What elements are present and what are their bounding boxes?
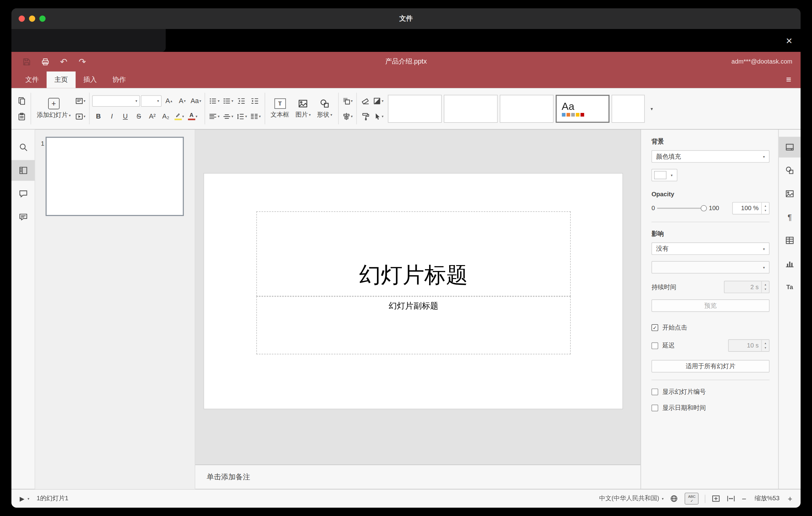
effect-option-select[interactable]: ▾ [651,261,770,274]
tab-home[interactable]: 主页 [47,71,76,88]
theme-gallery-expand-icon[interactable]: ▾ [647,106,657,111]
change-case-button[interactable]: Aa▾ [190,94,202,107]
duration-spinbox[interactable]: 2 s ▴▾ [724,281,770,293]
spinner-arrows[interactable]: ▴▾ [761,281,769,292]
show-slide-number-checkbox[interactable] [651,389,658,395]
search-icon[interactable] [11,137,35,157]
insert-textbox-button[interactable]: T 文本框 [267,98,292,119]
fit-width-icon[interactable] [727,494,736,503]
start-slideshow-status-icon[interactable]: ▶ [20,495,25,503]
spellcheck-icon[interactable]: ABC✓ [685,492,699,505]
title-placeholder[interactable]: 幻灯片标题 [256,211,571,296]
spinner-arrows[interactable]: ▴▾ [761,202,769,214]
decrease-indent-icon[interactable] [235,94,248,107]
theme-gallery: Aa ▾ [388,94,657,122]
zoom-out-button[interactable]: − [742,494,746,503]
theme-option[interactable] [444,94,498,122]
opacity-slider[interactable] [657,205,707,212]
start-on-click-checkbox[interactable]: ✓ [651,324,658,331]
undo-icon[interactable]: ↶ [57,56,71,68]
chart-settings-icon[interactable] [779,253,801,274]
tab-file[interactable]: 文件 [18,71,47,88]
line-spacing-icon[interactable]: ▾ [235,110,248,122]
tab-collaboration[interactable]: 协作 [105,71,134,88]
increase-indent-icon[interactable] [249,94,261,107]
feedback-chat-icon[interactable] [11,207,35,227]
language-select[interactable]: 中文(中华人民共和国) ▾ [599,494,664,503]
delay-checkbox[interactable] [651,342,658,349]
select-tool-icon[interactable]: ▾ [372,110,384,122]
fill-type-select[interactable]: 颜色填充▾ [651,150,770,163]
close-icon[interactable]: × [786,35,792,46]
notes-input[interactable]: 单击添加备注 [195,465,641,489]
effect-select[interactable]: 没有▾ [651,242,770,255]
tab-insert[interactable]: 插入 [76,71,105,88]
copy-icon[interactable] [16,94,28,107]
table-settings-icon[interactable] [779,230,801,251]
superscript-button[interactable]: A² [146,110,158,122]
horizontal-align-icon[interactable]: ▾ [208,110,221,122]
start-slideshow-icon[interactable]: ▾ [74,110,86,122]
redo-icon[interactable]: ↷ [76,56,89,68]
font-size-select[interactable]: ▾ [141,95,162,107]
theme-option[interactable] [388,94,442,122]
clear-style-icon[interactable] [359,94,372,107]
align-shape-icon[interactable]: ▾ [341,110,353,122]
print-icon[interactable] [38,56,52,68]
preview-button[interactable]: 预览 [651,299,770,312]
delay-spinbox[interactable]: 10 s ▴▾ [728,339,770,351]
show-date-time-checkbox[interactable] [651,405,658,411]
add-slide-button[interactable]: + 添加幻灯片▾ [34,97,74,119]
arrange-shape-icon[interactable]: ▾ [341,94,353,107]
background-color-picker[interactable]: ▾ [651,169,677,181]
paste-icon[interactable] [16,110,28,122]
comments-icon[interactable] [11,183,35,204]
columns-icon[interactable]: ▾ [249,110,262,122]
save-icon[interactable] [20,56,33,68]
spinner-arrows[interactable]: ▴▾ [761,340,769,351]
apply-to-all-button[interactable]: 适用于所有幻灯片 [651,360,770,372]
font-color-button[interactable]: A ▾ [186,110,199,122]
slider-knob[interactable] [701,205,707,211]
insert-shape-button[interactable]: 形状▾ [314,98,335,119]
chevron-down-icon[interactable]: ▾ [27,497,29,500]
macos-close-button[interactable] [19,16,25,22]
strikeout-button[interactable]: S [133,110,145,122]
macos-maximize-button[interactable] [39,16,46,22]
slide-thumbnail[interactable] [46,137,184,216]
underline-button[interactable]: U [119,110,132,122]
shape-settings-icon[interactable] [779,160,801,181]
document-language-icon[interactable] [670,494,679,503]
opacity-spinbox[interactable]: 100 % ▴▾ [732,202,770,214]
show-date-time-label: 显示日期和时间 [662,404,706,412]
image-settings-icon[interactable] [779,183,801,204]
paragraph-settings-icon[interactable]: ¶ [779,207,801,227]
theme-option-selected[interactable]: Aa [555,94,609,122]
slide[interactable]: 幻灯片标题 幻灯片副标题 [204,173,622,409]
copy-style-icon[interactable] [359,110,372,122]
menu-icon[interactable]: ≡ [777,71,801,88]
increase-font-button[interactable]: A▴ [163,94,175,107]
theme-option[interactable] [611,94,644,122]
subtitle-placeholder[interactable]: 幻灯片副标题 [256,296,571,354]
zoom-in-button[interactable]: + [788,494,792,503]
italic-button[interactable]: I [106,110,118,122]
textart-settings-icon[interactable]: Ta [779,277,801,297]
numbering-icon[interactable]: ▾ [222,94,234,107]
fit-slide-icon[interactable] [712,494,721,503]
color-swatch [654,171,666,179]
bold-button[interactable]: B [92,110,105,122]
change-layout-icon[interactable]: ▾ [74,94,86,107]
vertical-align-icon[interactable]: ▾ [222,110,234,122]
subscript-button[interactable]: A₂ [160,110,172,122]
decrease-font-button[interactable]: A▾ [176,94,188,107]
font-name-select[interactable]: ▾ [92,95,140,107]
slide-settings-fill-icon[interactable]: ▾ [372,94,384,107]
slide-settings-icon[interactable] [779,137,801,157]
insert-image-button[interactable]: 图片▾ [292,98,314,119]
macos-minimize-button[interactable] [29,16,35,22]
highlight-color-button[interactable]: ▾ [173,110,185,122]
slides-panel-icon[interactable] [11,160,35,181]
theme-option[interactable] [499,94,553,122]
bullets-icon[interactable]: ▾ [208,94,221,107]
